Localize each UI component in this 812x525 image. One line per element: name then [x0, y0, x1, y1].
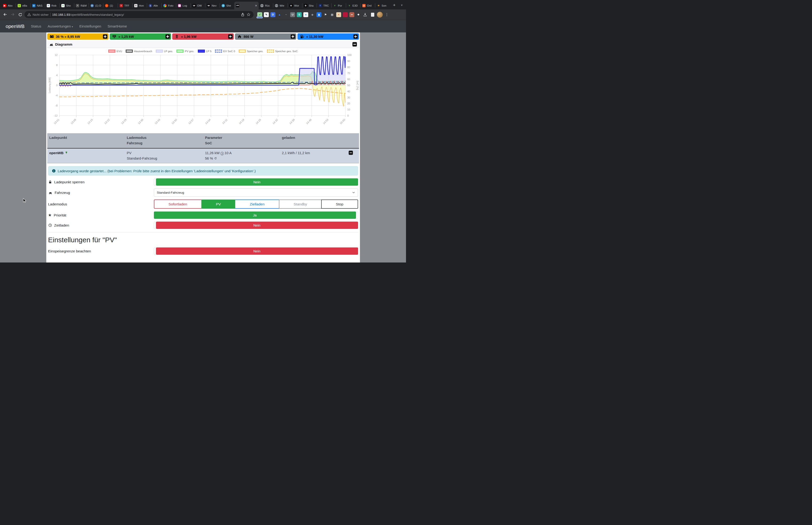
browser-tab[interactable]: BWor — [288, 2, 302, 10]
chargemode-zielladen-button[interactable]: Zielladen — [235, 199, 279, 209]
chargemode-stop-button[interactable]: Stop — [321, 199, 358, 209]
browser-menu-button[interactable]: ⋮ — [384, 13, 390, 17]
url-text[interactable]: 192.168.1.93/openWB/web/themes/standard_… — [52, 13, 239, 16]
dots-extension-icon[interactable]: •• — [349, 12, 354, 17]
priority-toggle-nein-option[interactable] — [356, 211, 358, 219]
lock-toggle-nein-option[interactable]: Nein — [156, 178, 358, 186]
house-status-pill[interactable]: 866 W — [235, 33, 296, 40]
soc-refresh-icon[interactable] — [214, 157, 217, 160]
pill-expand-button[interactable] — [228, 34, 233, 39]
legend-item[interactable]: Speicher ges. — [239, 49, 263, 52]
new-tab-button[interactable]: + — [391, 2, 398, 9]
priority-toggle[interactable]: Ja — [154, 211, 358, 219]
pill-expand-button[interactable] — [103, 34, 107, 39]
browser-tab[interactable]: UOrd — [361, 2, 375, 10]
feedin-toggle-ja-option[interactable] — [154, 247, 156, 255]
nav-link-auswertungen[interactable]: Auswertungen▾ — [48, 24, 73, 28]
save-extension-icon[interactable]: S — [297, 12, 302, 17]
browser-tab[interactable]: Rüc — [259, 2, 273, 10]
copy-extension-icon[interactable]: ▤ — [330, 12, 335, 17]
reload-button[interactable] — [17, 11, 24, 18]
browser-tab[interactable]: TTRC — [317, 2, 331, 10]
priority-toggle-ja-option[interactable]: Ja — [154, 211, 356, 219]
tab-search-chevron-icon[interactable]: ∨ — [401, 3, 404, 6]
nav-link-status[interactable]: Status — [31, 24, 41, 28]
chargepoint-row[interactable]: openWB PVStandard-Fahrzeug 11,26 kW310 A… — [47, 148, 359, 164]
chargemode-sofortladen-button[interactable]: Sofortladen — [154, 199, 202, 209]
browser-tab[interactable]: IISho — [60, 2, 74, 10]
legend-item[interactable]: Hausverbrauch — [126, 49, 152, 52]
legend-item[interactable]: EV SoC 0 — [215, 49, 235, 52]
browser-tab[interactable]: WNev — [205, 2, 220, 10]
browser-tab[interactable]: Log — [176, 2, 190, 10]
timecharge-toggle[interactable]: Nein — [154, 222, 358, 229]
browser-tab[interactable]: oWB× — [234, 2, 259, 10]
nav-link-einstellungen[interactable]: Einstellungen — [79, 24, 101, 28]
browser-tab[interactable]: beBa — [16, 2, 30, 10]
browser-tab[interactable]: Wie — [273, 2, 288, 10]
chargemode-pv-button[interactable]: PV — [201, 199, 235, 209]
legend-item[interactable]: PV ges. — [177, 49, 194, 52]
legend-item[interactable]: Speicher ges. SoC — [267, 49, 298, 52]
clipboard-extension-icon[interactable]: + — [336, 12, 341, 17]
browser-tab[interactable]: *R&M — [74, 2, 89, 10]
lock-toggle-ja-option[interactable] — [154, 178, 156, 186]
diagram-collapse-button[interactable] — [352, 42, 357, 46]
browser-tab[interactable]: YE3D — [346, 2, 361, 10]
legend-item[interactable]: LP 5 — [198, 49, 212, 52]
browser-tab[interactable]: 1Alle — [147, 2, 162, 10]
row-collapse-button[interactable] — [349, 151, 353, 155]
legend-item[interactable]: EVU — [108, 49, 122, 52]
tag-extension-icon[interactable]: D — [271, 12, 275, 17]
price-tracker-extension-icon[interactable]: ✓15820 — [257, 12, 262, 17]
pill-expand-button[interactable] — [165, 34, 170, 39]
browser-tab[interactable]: Foto — [162, 2, 176, 10]
drop-extension-icon[interactable]: ● — [303, 12, 308, 17]
downloads-button[interactable] — [362, 11, 368, 18]
vehicle-select[interactable]: Standard-Fahrzeug — [154, 189, 358, 197]
browser-tab[interactable]: O(1) D — [89, 2, 103, 10]
browser-tab[interactable]: TTFF — [118, 2, 132, 10]
chargemode-standby-button[interactable]: Standby — [279, 199, 322, 209]
bookmark-star-icon[interactable] — [246, 13, 251, 17]
feedin-toggle[interactable]: Nein — [154, 247, 358, 255]
forward-button[interactable] — [10, 11, 16, 18]
timecharge-toggle-nein-option[interactable]: Nein — [156, 222, 358, 229]
address-bar[interactable]: Nicht sicher 192.168.1.93/openWB/web/the… — [25, 11, 254, 18]
browser-tab[interactable]: RRob — [45, 2, 59, 10]
puzzle-extension-icon[interactable]: ❖ — [356, 12, 361, 17]
solar-panel-status-pill[interactable]: » 1,25 kW — [110, 33, 171, 40]
browser-tab[interactable]: DNAS — [31, 2, 45, 10]
shield-extension-icon[interactable]: U — [290, 12, 295, 17]
browser-tab[interactable]: SShe — [220, 2, 234, 10]
notes-extension-icon[interactable]: ✎ — [264, 12, 269, 17]
pin-extension-icon[interactable]: ◆ — [310, 12, 315, 17]
charging-station-status-pill[interactable]: « 11,30 kW — [297, 33, 359, 40]
pulse-extension-icon[interactable]: ~ — [284, 12, 289, 17]
browser-tab[interactable]: ▶Abo — [1, 2, 16, 10]
lock-extension-icon[interactable]: ▮ — [317, 12, 321, 17]
back-button[interactable] — [2, 11, 9, 18]
pill-expand-button[interactable] — [353, 34, 358, 39]
pylon-status-pill[interactable]: » 1,96 kW — [172, 33, 233, 40]
browser-tab[interactable]: WOW — [191, 2, 205, 10]
drive-extension-icon[interactable]: ▲ — [277, 12, 282, 17]
bookmark-extension-icon[interactable]: ⚑ — [323, 12, 328, 17]
brand-logo[interactable]: openWB — [6, 24, 25, 29]
browser-tab[interactable]: ☺(1) — [103, 2, 118, 10]
red-extension-icon[interactable] — [343, 12, 348, 17]
share-icon[interactable] — [241, 13, 245, 17]
nav-link-smarthome[interactable]: SmartHome — [108, 24, 127, 28]
side-panel-button[interactable] — [369, 11, 376, 18]
browser-tab[interactable]: HHon — [133, 2, 147, 10]
browser-tab[interactable]: BSha — [302, 2, 317, 10]
tab-close-icon[interactable]: × — [255, 4, 257, 7]
battery-status-pill[interactable]: 36 % » 8,95 kW — [47, 33, 109, 40]
profile-avatar[interactable] — [377, 12, 383, 18]
browser-tab[interactable]: YPor — [332, 2, 346, 10]
feedin-toggle-nein-option[interactable]: Nein — [156, 247, 358, 255]
legend-item[interactable]: LP ges. — [156, 49, 173, 52]
browser-tab[interactable]: ☀Son — [375, 2, 389, 10]
lock-toggle[interactable]: Nein — [154, 178, 358, 186]
pill-expand-button[interactable] — [291, 34, 295, 39]
